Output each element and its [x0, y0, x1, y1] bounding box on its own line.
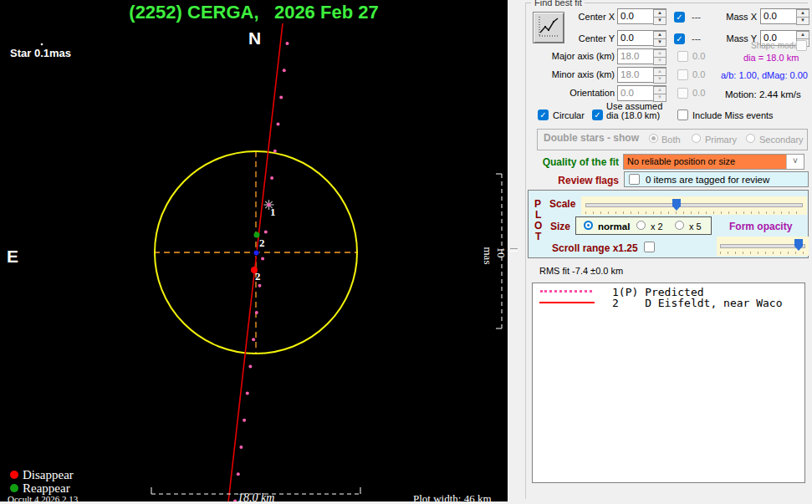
spinner-down-icon[interactable]: ▼: [796, 17, 809, 25]
mass-x-label: Mass X: [715, 12, 757, 22]
quality-of-fit-label: Quality of the fit: [527, 156, 619, 168]
double-stars-secondary-radio[interactable]: [746, 134, 755, 143]
plot-letter-t: T: [535, 231, 541, 242]
mass-x-spinner[interactable]: ▲ ▼: [796, 9, 809, 23]
center-y-input[interactable]: 0.0 ▲ ▼: [617, 30, 666, 46]
minor-axis-input[interactable]: 18.0 ▲ ▼: [617, 67, 666, 83]
groupbox-border: [526, 3, 531, 3]
circular-label: Circular: [553, 110, 585, 120]
scale-label: Scale: [549, 198, 575, 210]
spinner-down-icon[interactable]: ▼: [653, 38, 666, 47]
form-opacity-slider[interactable]: [717, 237, 809, 256]
scroll-range-checkbox[interactable]: [644, 242, 655, 252]
scale-slider-thumb[interactable]: [672, 199, 681, 211]
observations-listbox[interactable]: 1(P) Predicted 2 D Eisfeldt, near Waco: [532, 283, 805, 483]
center-y-checkbox[interactable]: ✓: [674, 33, 685, 44]
include-miss-label: Include Miss events: [692, 110, 774, 120]
form-opacity-label: Form opacity: [729, 221, 792, 232]
center-y-label: Center Y: [564, 33, 615, 43]
disappear-site-number: 2: [255, 270, 261, 283]
review-flags-label: Review flags: [527, 175, 619, 186]
motion-readout: Motion: 2.44 km/s: [725, 89, 801, 99]
scale-slider[interactable]: [581, 196, 807, 215]
predicted-line-sample: [540, 290, 592, 293]
observed-line-sample: [539, 302, 595, 303]
diameter-readout: dia = 18.0 km: [743, 53, 799, 63]
spinner-down-icon[interactable]: ▼: [653, 57, 666, 65]
center-y-spinner[interactable]: ▲ ▼: [653, 31, 666, 45]
mass-x-input[interactable]: 0.0 ▲ ▼: [760, 8, 809, 24]
occult-fit-window: (2252) CERGA, 2026 Feb 27 N E Star 0.1ma…: [0, 0, 812, 504]
right-scale-label: 10 mas: [481, 247, 508, 275]
use-assumed-label: Use assumed dia (18.0 km): [606, 102, 662, 120]
size-x5-radio[interactable]: [675, 221, 684, 230]
circular-checkbox[interactable]: ✓: [538, 109, 549, 120]
size-normal-radio[interactable]: [584, 221, 593, 230]
orientation-spinner[interactable]: ▲ ▼: [653, 86, 666, 100]
plot-letter-o: O: [534, 220, 542, 232]
orientation-label: Orientation: [556, 88, 615, 98]
legend-reappear-dot: [10, 484, 18, 492]
spinner-down-icon[interactable]: ▼: [653, 75, 666, 84]
size-x5-label: x 5: [689, 221, 702, 232]
size-x2-label: x 2: [651, 221, 663, 232]
occultation-plot-canvas[interactable]: (2252) CERGA, 2026 Feb 27 N E Star 0.1ma…: [0, 0, 508, 504]
major-axis-aux-value: 0.0: [692, 51, 705, 61]
orientation-aux-value: 0.0: [692, 88, 705, 98]
orientation-checkbox[interactable]: [677, 88, 688, 99]
plot-title: (2252) CERGA, 2026 Feb 27: [0, 2, 508, 23]
double-stars-title: Double stars - show: [544, 132, 639, 144]
double-stars-primary-label: Primary: [705, 135, 737, 145]
star-diameter-label: Star 0.1mas: [10, 47, 71, 59]
center-x-checkbox[interactable]: ✓: [674, 12, 685, 23]
size-x2-radio[interactable]: [636, 221, 646, 230]
size-normal-label: normal: [598, 221, 630, 232]
double-stars-secondary-label: Secondary: [759, 135, 804, 145]
axis-ratio-readout: a/b: 1.00, dMag: 0.00: [721, 70, 808, 80]
shape-model-checkbox[interactable]: [796, 40, 807, 51]
major-axis-label: Major axis (km): [539, 51, 615, 61]
review-flags-checkbox[interactable]: [629, 174, 640, 185]
double-stars-primary-radio[interactable]: [692, 134, 701, 143]
plot-letter-l: L: [535, 209, 541, 221]
size-radio-group: normal x 2 x 5: [575, 216, 712, 235]
legend-disappear-dot: [10, 471, 18, 479]
double-stars-both-radio[interactable]: [649, 134, 658, 143]
center-x-spinner[interactable]: ▲ ▼: [653, 9, 666, 23]
reappear-site-number: 2: [259, 237, 265, 250]
use-assumed-checkbox[interactable]: ✓: [592, 109, 603, 120]
rms-fit-label: RMS fit -7.4 ±0.0 km: [539, 266, 623, 276]
panel-divider: [525, 3, 526, 499]
legend-disappear-label: Disappear: [23, 468, 74, 482]
form-opacity-slider-thumb[interactable]: [794, 239, 803, 251]
center-y-dash: ---: [692, 33, 701, 43]
splitter-grip[interactable]: [510, 248, 518, 252]
double-stars-both-label: Both: [661, 135, 681, 145]
chevron-down-icon[interactable]: ˅: [786, 155, 804, 169]
spinner-down-icon[interactable]: ▼: [653, 17, 666, 25]
find-best-fit-button[interactable]: [533, 12, 564, 43]
minor-axis-spinner[interactable]: ▲ ▼: [653, 68, 666, 82]
include-miss-checkbox[interactable]: [677, 109, 688, 120]
minor-axis-label: Minor axis (km): [539, 69, 615, 79]
major-axis-checkbox[interactable]: [677, 51, 688, 62]
groupbox-border: [579, 3, 808, 3]
minor-axis-checkbox[interactable]: [677, 69, 688, 80]
north-direction-label: N: [248, 28, 261, 48]
predicted-path-dots: [233, 42, 289, 502]
quality-of-fit-dropdown[interactable]: No reliable position or size ˅: [623, 154, 804, 170]
major-axis-input[interactable]: 18.0 ▲ ▼: [617, 48, 666, 64]
predicted-site-number: 1: [270, 206, 276, 219]
star-size-dot: [41, 43, 43, 46]
scroll-range-label: Scroll range x1.25: [552, 242, 638, 254]
minor-axis-aux-value: 0.0: [692, 69, 705, 79]
center-marker: [253, 250, 259, 256]
orientation-input[interactable]: 0.0 ▲ ▼: [617, 85, 666, 101]
plot-letter-p: P: [534, 198, 541, 210]
find-best-fit-group-title: Find best fit: [532, 0, 585, 8]
center-x-input[interactable]: 0.0 ▲ ▼: [617, 8, 666, 24]
size-label: Size: [550, 221, 570, 232]
plot-shapes: [0, 0, 508, 504]
major-axis-spinner[interactable]: ▲ ▼: [653, 49, 666, 64]
observed-chord-line: [228, 23, 283, 502]
